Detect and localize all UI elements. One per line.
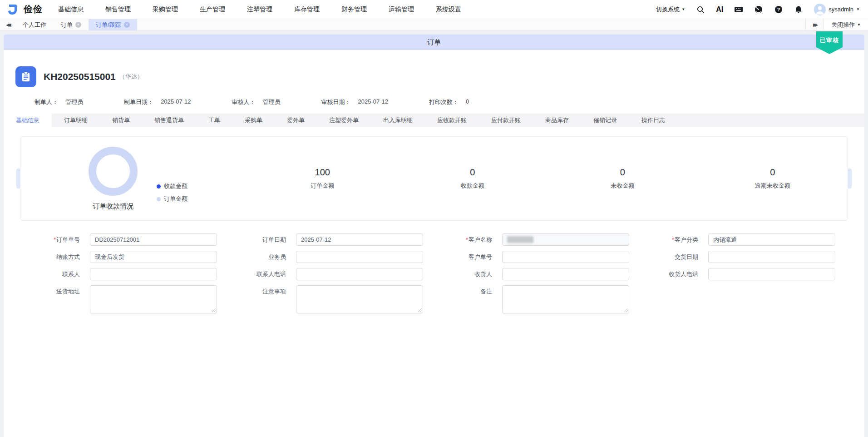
field-label-consignee-phone: 收货人电话 bbox=[669, 271, 698, 278]
legend-item-order: 订单金额 bbox=[157, 195, 187, 203]
help-icon[interactable]: ? bbox=[774, 5, 783, 14]
logo-icon bbox=[6, 3, 20, 16]
consignee-input[interactable] bbox=[502, 268, 629, 280]
detail-tab-payables-opening[interactable]: 应付款开账 bbox=[479, 114, 533, 127]
detail-tab-work-order[interactable]: 工单 bbox=[196, 114, 232, 127]
keyboard-icon[interactable] bbox=[734, 5, 743, 14]
tabs-scroll-left-button[interactable]: ◀◀ bbox=[0, 19, 15, 30]
contact-phone-input[interactable] bbox=[296, 268, 423, 280]
app-logo[interactable]: 俭俭 bbox=[6, 3, 43, 16]
status-badge: 已审核 bbox=[816, 31, 843, 54]
stat-unreceived-amount: 0 未收金额 bbox=[547, 167, 698, 190]
ai-button[interactable]: AI bbox=[716, 5, 723, 14]
legend-item-paid: 收款金额 bbox=[157, 182, 187, 190]
detail-tab-dunning-records[interactable]: 催销记录 bbox=[581, 114, 629, 127]
avatar bbox=[814, 4, 826, 15]
field-label-consignee: 收货人 bbox=[474, 271, 492, 278]
chart-title: 订单收款情况 bbox=[93, 202, 133, 211]
customer-category-input[interactable] bbox=[708, 233, 835, 246]
detail-tab-purchase-order[interactable]: 采购单 bbox=[232, 114, 275, 127]
menu-item-basic-info[interactable]: 基础信息 bbox=[58, 5, 84, 14]
field-label-contact-phone: 联系人电话 bbox=[256, 271, 286, 278]
detail-tab-order-lines[interactable]: 订单明细 bbox=[52, 114, 100, 127]
username: sysadmin bbox=[829, 6, 853, 13]
order-date-input[interactable] bbox=[296, 233, 423, 246]
menu-item-purchasing[interactable]: 采购管理 bbox=[153, 5, 178, 14]
menu-item-sales[interactable]: 销售管理 bbox=[105, 5, 131, 14]
detail-tab-stock-moves[interactable]: 出入库明细 bbox=[371, 114, 425, 127]
switch-system-dropdown[interactable]: 切换系统 ▼ bbox=[656, 5, 685, 14]
salesperson-input[interactable] bbox=[296, 251, 423, 263]
order-amount-stats: 100 订单金额 0 收款金额 0 未收金额 0 逾期未收金额 bbox=[247, 167, 848, 190]
chevron-down-icon: ▼ bbox=[856, 7, 860, 11]
detail-tab-basic-info[interactable]: 基础信息 bbox=[4, 114, 52, 127]
detail-tab-product-stock[interactable]: 商品库存 bbox=[533, 114, 581, 127]
detail-tab-outsource[interactable]: 委外单 bbox=[275, 114, 317, 127]
remarks-textarea[interactable] bbox=[502, 285, 629, 313]
stat-overdue-unreceived-amount: 0 逾期未收金额 bbox=[698, 167, 848, 190]
delivery-date-input[interactable] bbox=[708, 251, 835, 263]
detail-tab-injection-outsource[interactable]: 注塑委外单 bbox=[317, 114, 371, 127]
order-meta: 制单人：管理员 制单日期：2025-07-12 审核人：管理员 审核日期：202… bbox=[35, 98, 864, 106]
detail-tab-sales-note[interactable]: 销货单 bbox=[100, 114, 142, 127]
tab-order[interactable]: 订单 × bbox=[54, 19, 89, 30]
menu-item-injection[interactable]: 注塑管理 bbox=[247, 5, 272, 14]
field-label-delivery-address: 送货地址 bbox=[22, 285, 80, 298]
tab-order-tracking[interactable]: 订单/跟踪 × bbox=[89, 19, 137, 30]
menu-item-system-settings[interactable]: 系统设置 bbox=[436, 5, 461, 14]
menu-item-inventory[interactable]: 库存管理 bbox=[294, 5, 320, 14]
order-payment-summary-card: 订单收款情况 收款金额 订单金额 100 订单金额 0 收款金额 bbox=[20, 136, 848, 221]
customer-name-input[interactable] bbox=[502, 233, 629, 246]
chevron-down-icon: ▼ bbox=[857, 23, 861, 27]
field-label-salesperson: 业务员 bbox=[268, 253, 286, 260]
consignee-phone-input[interactable] bbox=[708, 268, 835, 280]
meta-value: 2025-07-12 bbox=[161, 98, 191, 106]
settlement-method-input[interactable] bbox=[90, 251, 217, 263]
meta-label: 审核人： bbox=[232, 98, 256, 106]
meta-label: 审核日期： bbox=[321, 98, 351, 106]
customer-order-no-input[interactable] bbox=[502, 251, 629, 263]
detail-tab-receivables-opening[interactable]: 应收款开账 bbox=[425, 114, 479, 127]
order-no-input[interactable] bbox=[90, 233, 217, 246]
meta-value: 管理员 bbox=[263, 98, 281, 106]
meta-value: 2025-07-12 bbox=[358, 98, 389, 106]
field-label-customer-name: 客户名称 bbox=[469, 236, 492, 243]
svg-text:?: ? bbox=[777, 7, 780, 12]
field-label-delivery-date: 交货日期 bbox=[675, 253, 698, 260]
detail-tab-sales-return[interactable]: 销售退货单 bbox=[142, 114, 196, 127]
detail-tab-operation-log[interactable]: 操作日志 bbox=[629, 114, 677, 127]
main-menu: 基础信息 销售管理 采购管理 生产管理 注塑管理 库存管理 财务管理 运输管理 … bbox=[58, 5, 461, 14]
page-title-banner: 订单 bbox=[4, 35, 864, 50]
dashboard-icon[interactable] bbox=[754, 5, 763, 14]
tabs-scroll-right-button[interactable]: ▶▶ bbox=[805, 19, 824, 30]
field-label-customer-order-no: 客户单号 bbox=[469, 253, 492, 260]
contact-input[interactable] bbox=[90, 268, 217, 280]
notifications-bell-icon[interactable] bbox=[794, 5, 803, 14]
carousel-next-handle[interactable] bbox=[848, 169, 852, 189]
meta-value: 0 bbox=[466, 98, 469, 106]
precautions-textarea[interactable] bbox=[296, 285, 423, 313]
detail-tab-strip: 基础信息 订单明细 销货单 销售退货单 工单 采购单 委外单 注塑委外单 出入库… bbox=[4, 114, 864, 127]
stat-received-amount: 0 收款金额 bbox=[398, 167, 548, 190]
close-operations-dropdown[interactable]: 关闭操作 ▼ bbox=[824, 19, 868, 30]
search-icon[interactable] bbox=[696, 5, 705, 14]
payment-donut-chart bbox=[89, 147, 138, 196]
menu-item-transport[interactable]: 运输管理 bbox=[389, 5, 414, 14]
close-icon[interactable]: × bbox=[124, 22, 130, 28]
field-label-contact: 联系人 bbox=[62, 271, 80, 278]
order-basic-info-form: *订单单号 订单日期 *客户名称 *客户分类 结账方式 业务员 bbox=[22, 233, 846, 313]
order-detail-panel: 订单 已审核 KH20250515001 （华达） 制单人：管理员 制单日期：2… bbox=[4, 35, 864, 437]
redacted-value bbox=[507, 236, 533, 243]
menu-item-production[interactable]: 生产管理 bbox=[200, 5, 225, 14]
open-tabs-bar: ◀◀ 个人工作 订单 × 订单/跟踪 × ▶▶ 关闭操作 ▼ bbox=[0, 19, 868, 31]
stat-order-amount: 100 订单金额 bbox=[247, 167, 398, 190]
field-label-customer-category: 客户分类 bbox=[675, 236, 698, 243]
delivery-address-textarea[interactable] bbox=[90, 285, 217, 313]
carousel-prev-handle[interactable] bbox=[16, 169, 20, 189]
chart-legend: 收款金额 订单金额 bbox=[157, 182, 187, 203]
user-menu[interactable]: sysadmin ▼ bbox=[814, 4, 860, 15]
close-icon[interactable]: × bbox=[75, 22, 81, 28]
menu-item-finance[interactable]: 财务管理 bbox=[341, 5, 367, 14]
tab-personal-work[interactable]: 个人工作 bbox=[15, 19, 54, 30]
field-label-order-no: 订单单号 bbox=[56, 236, 80, 243]
